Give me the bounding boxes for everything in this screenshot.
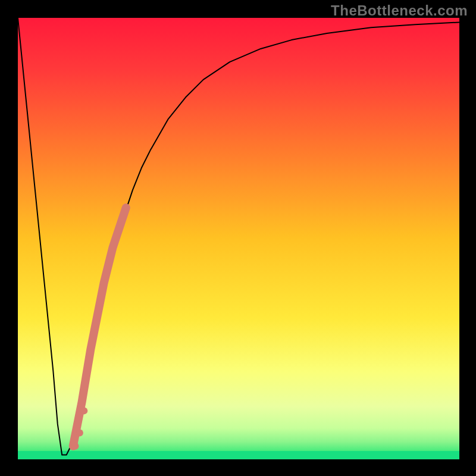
safe-zone-band bbox=[18, 451, 459, 459]
chart-frame: TheBottleneck.com bbox=[0, 0, 476, 476]
highlight-point bbox=[71, 443, 79, 450]
highlight-point bbox=[80, 407, 87, 414]
watermark-label: TheBottleneck.com bbox=[331, 2, 468, 19]
bottleneck-chart bbox=[0, 0, 476, 476]
highlight-point bbox=[76, 429, 83, 436]
